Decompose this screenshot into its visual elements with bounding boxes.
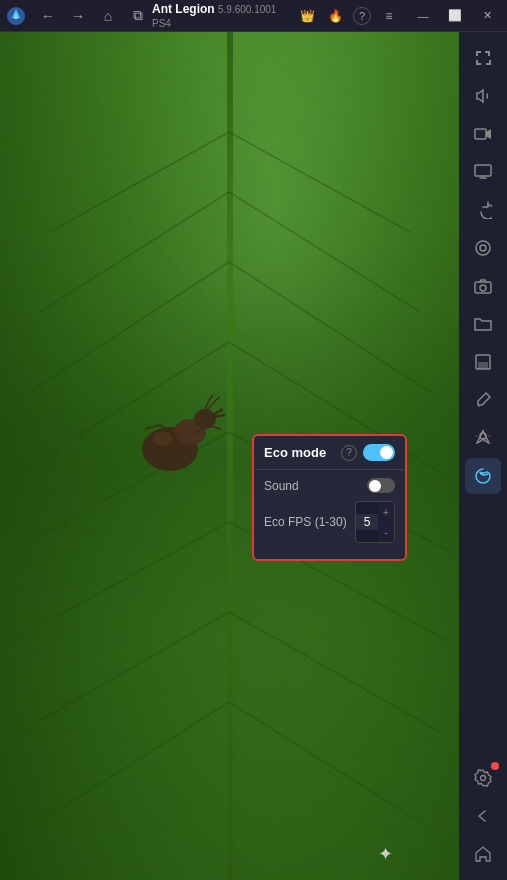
app-logo — [4, 4, 28, 28]
main-content: ✦ Eco mode ? Sound Eco FPS (1-30) 5 — [0, 32, 459, 880]
sidebar-display-btn[interactable] — [465, 154, 501, 190]
sidebar-folder-btn[interactable] — [465, 306, 501, 342]
svg-rect-33 — [475, 129, 486, 139]
svg-line-25 — [145, 425, 160, 429]
sidebar-rotate-btn[interactable] — [465, 192, 501, 228]
svg-line-5 — [30, 262, 229, 392]
nav-home-btn[interactable]: ⌂ — [94, 2, 122, 30]
app-title-area: Ant Legion 5.9.600.1001 PS4 — [152, 2, 297, 30]
eco-main-toggle-knob — [380, 446, 393, 459]
fps-increment-btn[interactable]: + — [378, 502, 394, 522]
sidebar-layers-btn[interactable] — [465, 344, 501, 380]
svg-rect-40 — [478, 362, 488, 369]
fire-icon[interactable]: 🔥 — [325, 6, 345, 26]
eco-fps-row: Eco FPS (1-30) 5 + - — [264, 501, 395, 543]
svg-point-38 — [480, 285, 486, 291]
titlebar-icons: 👑 🔥 ? ≡ — [297, 6, 399, 26]
svg-rect-34 — [475, 165, 491, 176]
sidebar-gear-btn[interactable] — [465, 760, 501, 796]
svg-line-17 — [229, 612, 440, 732]
sound-label: Sound — [264, 479, 299, 493]
svg-line-18 — [229, 702, 420, 822]
sound-toggle-knob — [369, 480, 381, 492]
svg-line-10 — [40, 702, 229, 822]
sidebar-location-btn[interactable] — [465, 420, 501, 456]
sidebar-brush-btn[interactable] — [465, 382, 501, 418]
app-name-label: Ant Legion — [152, 2, 215, 16]
help-icon[interactable]: ? — [353, 7, 371, 25]
titlebar-nav: ← → ⌂ ⧉ — [34, 2, 152, 30]
fps-input-wrap: 5 + - — [355, 501, 395, 543]
sound-toggle[interactable] — [367, 478, 395, 493]
svg-line-12 — [229, 192, 420, 312]
sidebar-camera-btn[interactable] — [465, 268, 501, 304]
svg-line-11 — [229, 132, 410, 232]
eco-header-controls: ? — [341, 444, 395, 461]
settings-badge — [491, 762, 499, 770]
svg-line-9 — [20, 612, 229, 732]
svg-point-36 — [480, 245, 486, 251]
svg-line-4 — [40, 192, 229, 312]
sidebar-settings-btn[interactable] — [465, 230, 501, 266]
sidebar-fullscreen-btn[interactable] — [465, 40, 501, 76]
svg-point-42 — [481, 776, 486, 781]
minimize-btn[interactable]: — — [407, 0, 439, 32]
titlebar: ← → ⌂ ⧉ Ant Legion 5.9.600.1001 PS4 👑 🔥 … — [0, 0, 507, 32]
svg-line-8 — [10, 522, 229, 642]
ant-figure — [120, 382, 240, 482]
eco-header: Eco mode ? — [264, 444, 395, 461]
eco-mode-popup: Eco mode ? Sound Eco FPS (1-30) 5 + — [252, 434, 407, 561]
eco-title-label: Eco mode — [264, 445, 326, 460]
sidebar-video-btn[interactable] — [465, 116, 501, 152]
svg-point-35 — [476, 241, 490, 255]
fps-decrement-btn[interactable]: - — [378, 522, 394, 542]
nav-back-btn[interactable]: ← — [34, 2, 62, 30]
eco-sound-row: Sound — [264, 478, 395, 493]
sidebar-back-btn[interactable] — [465, 798, 501, 834]
crown-icon[interactable]: 👑 — [297, 6, 317, 26]
svg-line-3 — [50, 132, 229, 232]
menu-icon[interactable]: ≡ — [379, 6, 399, 26]
maximize-btn[interactable]: ⬜ — [439, 0, 471, 32]
sidebar-eco-btn[interactable] — [465, 458, 501, 494]
loader-icon: ✦ — [371, 840, 399, 868]
sidebar-sound-btn[interactable] — [465, 78, 501, 114]
fps-label: Eco FPS (1-30) — [264, 515, 347, 529]
fps-value: 5 — [356, 514, 378, 530]
right-sidebar — [459, 32, 507, 880]
eco-main-toggle[interactable] — [363, 444, 395, 461]
svg-line-13 — [229, 262, 430, 392]
svg-line-22 — [213, 409, 223, 415]
eco-divider — [254, 469, 405, 470]
nav-forward-btn[interactable]: → — [64, 2, 92, 30]
sidebar-home-btn[interactable] — [465, 836, 501, 872]
close-btn[interactable]: ✕ — [471, 0, 503, 32]
eco-help-icon[interactable]: ? — [341, 445, 357, 461]
window-controls: — ⬜ ✕ — [407, 0, 503, 32]
svg-point-32 — [153, 432, 173, 446]
nav-multi-btn[interactable]: ⧉ — [124, 2, 152, 30]
bottom-icons: ✦ — [12, 840, 399, 868]
